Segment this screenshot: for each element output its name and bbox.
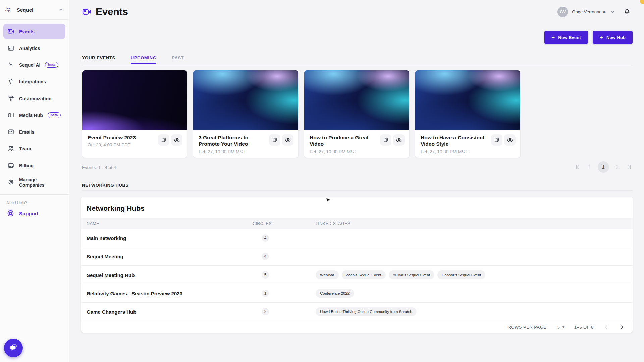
copy-icon bbox=[272, 137, 278, 143]
page-number-button[interactable]: 1 bbox=[598, 161, 609, 173]
event-thumbnail[interactable] bbox=[82, 70, 187, 130]
duplicate-button[interactable] bbox=[269, 134, 280, 146]
table-row[interactable]: Game Changers Hub 2 How I Built a Thrivi… bbox=[81, 303, 633, 321]
stage-chip: How I Built a Thriving Online Community … bbox=[316, 307, 417, 316]
lifebuoy-icon bbox=[7, 209, 14, 217]
new-event-button[interactable]: + New Event bbox=[544, 31, 588, 44]
next-rows-button[interactable] bbox=[619, 324, 625, 330]
event-date: Oct 28, 4:00 PM PDT bbox=[88, 142, 155, 147]
hub-name: Main networking bbox=[87, 235, 253, 241]
tab-upcoming[interactable]: UPCOMING bbox=[131, 55, 156, 64]
circles-count-badge: 4 bbox=[262, 234, 269, 242]
sidebar-item-label: Media Hub bbox=[19, 113, 43, 118]
support-label: Support bbox=[19, 210, 39, 216]
chat-widget-button[interactable] bbox=[4, 339, 23, 357]
avatar[interactable]: GV bbox=[557, 7, 568, 17]
circles-count-badge: 4 bbox=[262, 253, 269, 260]
stage-chip: Zach's Sequel Event bbox=[342, 270, 386, 279]
event-card[interactable]: 3 Great Platforms to Promote Your Video … bbox=[193, 70, 299, 158]
table-row[interactable]: Relativity Games - Season Preview 2023 1… bbox=[81, 284, 633, 303]
event-thumbnail[interactable] bbox=[304, 70, 409, 130]
sidebar-item-label: Customization bbox=[19, 96, 51, 101]
stage-chip: Yuliya's Sequel Event bbox=[389, 270, 434, 279]
beta-badge: beta bbox=[48, 112, 61, 118]
duplicate-button[interactable] bbox=[158, 134, 169, 146]
workspace-name: Sequel bbox=[17, 7, 33, 13]
plus-icon: + bbox=[600, 35, 603, 40]
caret-down-icon: ▼ bbox=[562, 325, 565, 329]
linked-stages: Conference 2022 bbox=[316, 289, 627, 298]
sidebar: Your Logo Sequel Events Analytics Sequel… bbox=[0, 0, 69, 362]
new-hub-label: New Hub bbox=[606, 35, 626, 40]
circles-count-badge: 5 bbox=[262, 271, 269, 279]
sidebar-item-support[interactable]: Support bbox=[0, 207, 69, 217]
preview-button[interactable] bbox=[504, 134, 516, 146]
linked-stages: Webinar Zach's Sequel Event Yuliya's Seq… bbox=[316, 270, 627, 279]
table-row[interactable]: Sequel Meeting Hub 5 Webinar Zach's Sequ… bbox=[81, 266, 633, 284]
sidebar-item-integrations[interactable]: Integrations bbox=[3, 74, 65, 89]
credit-card-icon bbox=[7, 162, 14, 169]
new-event-label: New Event bbox=[558, 35, 581, 40]
table-row[interactable]: Main networking 4 bbox=[81, 229, 633, 247]
chat-icon bbox=[9, 343, 18, 353]
hub-name: Game Changers Hub bbox=[87, 309, 253, 315]
plus-icon: + bbox=[551, 35, 555, 40]
paint-roller-icon bbox=[7, 95, 14, 102]
event-thumbnail[interactable] bbox=[193, 70, 298, 130]
sidebar-item-billing[interactable]: Billing bbox=[3, 158, 65, 173]
sidebar-item-events[interactable]: Events bbox=[3, 24, 65, 39]
divider bbox=[82, 66, 633, 66]
preview-button[interactable] bbox=[393, 134, 405, 146]
header-actions: + New Event + New Hub bbox=[544, 31, 633, 44]
page-title-text: Events bbox=[96, 6, 128, 17]
sparkles-icon bbox=[7, 61, 14, 68]
sidebar-item-label: Emails bbox=[19, 129, 34, 135]
circles-count-badge: 2 bbox=[262, 308, 269, 315]
hub-name: Sequel Meeting Hub bbox=[87, 272, 253, 278]
envelope-icon bbox=[7, 128, 14, 135]
sidebar-item-label: Billing bbox=[19, 163, 34, 168]
sidebar-item-emails[interactable]: Emails bbox=[3, 124, 65, 139]
user-menu[interactable]: GV Gage Verronneau bbox=[557, 7, 631, 17]
table-footer: ROWS PER PAGE: 5 ▼ 1–5 OF 8 bbox=[81, 321, 633, 333]
preview-button[interactable] bbox=[171, 134, 182, 146]
first-page-button[interactable] bbox=[574, 164, 581, 170]
analytics-icon bbox=[7, 45, 14, 52]
last-page-button[interactable] bbox=[626, 164, 633, 170]
preview-button[interactable] bbox=[282, 134, 293, 146]
next-page-button[interactable] bbox=[614, 164, 621, 170]
chevron-down-icon[interactable] bbox=[610, 10, 615, 14]
rows-per-page-select[interactable]: 5 ▼ bbox=[557, 325, 565, 330]
new-hub-button[interactable]: + New Hub bbox=[593, 31, 633, 44]
prev-rows-button[interactable] bbox=[603, 324, 609, 330]
tab-past[interactable]: PAST bbox=[172, 55, 184, 63]
your-events-label: YOUR EVENTS bbox=[82, 55, 115, 60]
user-name: Gage Verronneau bbox=[572, 9, 606, 14]
sidebar-item-label: Team bbox=[19, 146, 31, 152]
sidebar-item-media-hub[interactable]: Media Hub beta bbox=[3, 108, 65, 123]
sidebar-item-team[interactable]: Team bbox=[3, 141, 65, 156]
sidebar-item-manage-companies[interactable]: Manage Companies bbox=[3, 175, 65, 190]
workspace-switcher[interactable]: Your Logo Sequel bbox=[0, 0, 69, 20]
events-pagination: 1 bbox=[574, 161, 633, 173]
your-logo: Your Logo bbox=[5, 7, 14, 12]
table-row[interactable]: Sequel Meeting 4 bbox=[81, 247, 633, 266]
sidebar-item-analytics[interactable]: Analytics bbox=[3, 41, 65, 56]
sidebar-item-sequel-ai[interactable]: Sequel AI beta bbox=[3, 57, 65, 72]
chevron-down-icon bbox=[59, 7, 63, 12]
hub-name: Sequel Meeting bbox=[87, 254, 253, 259]
bell-icon[interactable] bbox=[624, 8, 631, 15]
event-card-list: Event Preview 2023 Oct 28, 4:00 PM PDT 3… bbox=[82, 70, 521, 158]
sidebar-item-customization[interactable]: Customization bbox=[3, 91, 65, 106]
page-title: Events bbox=[82, 6, 128, 17]
prev-page-button[interactable] bbox=[586, 164, 593, 170]
event-thumbnail[interactable] bbox=[415, 70, 520, 130]
duplicate-button[interactable] bbox=[491, 134, 502, 146]
event-card[interactable]: How to Produce a Great Video Feb 27, 10:… bbox=[304, 70, 410, 158]
people-icon bbox=[7, 145, 14, 152]
event-card[interactable]: How to Have a Consistent Video Style Feb… bbox=[415, 70, 521, 158]
duplicate-button[interactable] bbox=[380, 134, 391, 146]
sidebar-nav: Events Analytics Sequel AI beta Integrat… bbox=[0, 20, 69, 190]
networking-hubs-table: Networking Hubs NAME CIRCLES LINKED STAG… bbox=[81, 197, 633, 333]
event-card[interactable]: Event Preview 2023 Oct 28, 4:00 PM PDT bbox=[82, 70, 187, 158]
